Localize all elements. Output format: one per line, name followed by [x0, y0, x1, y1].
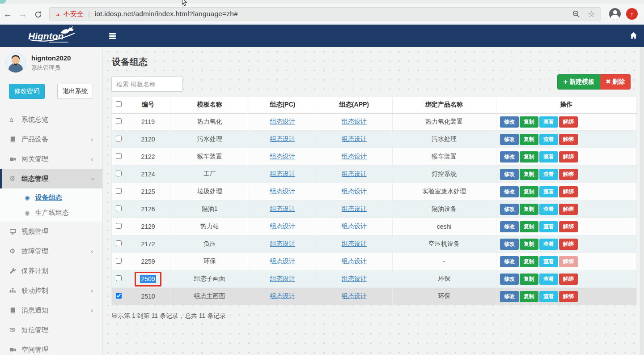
pc-design-link[interactable]: 组态设计 — [270, 118, 295, 125]
home-icon[interactable] — [630, 32, 637, 41]
unbind-button[interactable]: 解绑 — [559, 151, 578, 163]
row-checkbox[interactable] — [116, 223, 122, 229]
edit-button[interactable]: 修改 — [500, 169, 519, 180]
reload-icon[interactable] — [30, 9, 46, 19]
search-input[interactable] — [111, 77, 183, 92]
view-button[interactable]: 查看 — [539, 221, 558, 232]
back-icon[interactable]: ← — [0, 9, 15, 19]
copy-button[interactable]: 复制 — [520, 291, 538, 302]
view-button[interactable]: 查看 — [539, 186, 558, 197]
logout-button[interactable]: 退出系统 — [57, 84, 93, 99]
browser-update-icon[interactable]: ↑ — [626, 8, 638, 20]
copy-button[interactable]: 复制 — [520, 116, 538, 128]
copy-button[interactable]: 复制 — [520, 256, 538, 267]
submenu-item-1[interactable]: ◉生产线组态 — [0, 205, 102, 220]
app-design-link[interactable]: 组态设计 — [342, 118, 367, 125]
row-checkbox[interactable] — [116, 171, 122, 176]
copy-button[interactable]: 复制 — [520, 221, 538, 232]
view-button[interactable]: 查看 — [539, 204, 558, 215]
copy-button[interactable]: 复制 — [520, 239, 538, 250]
app-design-link[interactable]: 组态设计 — [342, 170, 367, 177]
unbind-button[interactable]: 解绑 — [559, 169, 578, 180]
row-checkbox[interactable] — [116, 275, 122, 281]
copy-button[interactable]: 复制 — [520, 186, 538, 197]
edit-button[interactable]: 修改 — [500, 151, 519, 163]
app-design-link[interactable]: 组态设计 — [342, 205, 367, 212]
sidebar-item-6[interactable]: 保养计划 — [0, 261, 102, 281]
row-checkbox[interactable] — [116, 153, 122, 159]
sidebar-item-8[interactable]: 消息通知‹ — [0, 300, 102, 320]
content-scrollbar[interactable] — [640, 47, 644, 355]
pc-design-link[interactable]: 组态设计 — [270, 153, 295, 160]
pc-design-link[interactable]: 组态设计 — [270, 275, 295, 282]
new-template-button[interactable]: +新建模板 — [557, 74, 601, 90]
row-checkbox[interactable] — [116, 293, 122, 299]
edit-button[interactable]: 修改 — [500, 274, 519, 285]
view-button[interactable]: 查看 — [539, 274, 558, 285]
app-design-link[interactable]: 组态设计 — [342, 135, 367, 142]
edit-button[interactable]: 修改 — [500, 204, 519, 215]
pc-design-link[interactable]: 组态设计 — [270, 257, 295, 265]
view-button[interactable]: 查看 — [539, 169, 558, 180]
edit-button[interactable]: 修改 — [500, 186, 519, 197]
view-button[interactable]: 查看 — [539, 151, 558, 163]
sidebar-item-5[interactable]: ⚙故障管理‹ — [0, 241, 102, 261]
address-bar[interactable]: ▲! 不安全 | iot.idosp.net/admin/index.html?… — [49, 7, 601, 21]
edit-button[interactable]: 修改 — [500, 134, 519, 145]
forward-icon[interactable]: → — [15, 9, 30, 19]
pc-design-link[interactable]: 组态设计 — [270, 292, 295, 299]
hamburger-menu-icon[interactable] — [109, 33, 116, 40]
edit-button[interactable]: 修改 — [500, 291, 519, 302]
row-checkbox[interactable] — [116, 205, 122, 211]
bookmark-star-icon[interactable]: ☆ — [588, 9, 595, 19]
sidebar-item-7[interactable]: 联动控制‹ — [0, 281, 102, 300]
zoom-out-icon[interactable] — [572, 10, 580, 18]
view-button[interactable]: 查看 — [539, 256, 558, 267]
submenu-item-0[interactable]: ◉设备组态 — [0, 190, 102, 205]
unbind-button[interactable]: 解绑 — [559, 116, 578, 128]
change-password-button[interactable]: 修改密码 — [9, 84, 45, 99]
edit-button[interactable]: 修改 — [500, 116, 519, 128]
view-button[interactable]: 查看 — [539, 239, 558, 250]
row-checkbox[interactable] — [116, 136, 122, 141]
app-design-link[interactable]: 组态设计 — [342, 275, 367, 282]
copy-button[interactable]: 复制 — [520, 169, 538, 180]
pc-design-link[interactable]: 组态设计 — [270, 240, 295, 247]
copy-button[interactable]: 复制 — [520, 151, 538, 163]
view-button[interactable]: 查看 — [539, 291, 558, 302]
unbind-button[interactable]: 解绑 — [559, 221, 578, 232]
app-design-link[interactable]: 组态设计 — [342, 257, 367, 265]
pc-design-link[interactable]: 组态设计 — [270, 205, 295, 212]
view-button[interactable]: 查看 — [539, 116, 558, 128]
pc-design-link[interactable]: 组态设计 — [270, 222, 295, 230]
app-design-link[interactable]: 组态设计 — [342, 292, 367, 299]
row-checkbox[interactable] — [116, 188, 122, 194]
sidebar-item-10[interactable]: 空间管理 — [0, 340, 102, 355]
delete-button[interactable]: ✖删除 — [600, 74, 631, 90]
unbind-button[interactable]: 解绑 — [559, 204, 578, 215]
unbind-button[interactable]: 解绑 — [559, 291, 578, 302]
app-design-link[interactable]: 组态设计 — [342, 188, 367, 195]
view-button[interactable]: 查看 — [539, 134, 558, 145]
copy-button[interactable]: 复制 — [520, 204, 538, 215]
unbind-button[interactable]: 解绑 — [559, 256, 578, 267]
unbind-button[interactable]: 解绑 — [559, 186, 578, 197]
select-all-checkbox[interactable] — [116, 101, 122, 107]
pc-design-link[interactable]: 组态设计 — [270, 188, 295, 195]
row-checkbox[interactable] — [116, 258, 122, 264]
row-checkbox[interactable] — [116, 240, 122, 246]
sidebar-item-2[interactable]: 网关管理‹ — [0, 149, 102, 169]
unbind-button[interactable]: 解绑 — [559, 134, 578, 145]
sidebar-item-4[interactable]: 视频管理 — [0, 222, 102, 241]
browser-profile-icon[interactable] — [609, 8, 621, 20]
unbind-button[interactable]: 解绑 — [559, 274, 578, 285]
app-design-link[interactable]: 组态设计 — [342, 153, 367, 160]
pc-design-link[interactable]: 组态设计 — [270, 135, 295, 142]
sidebar-item-1[interactable]: 产品设备‹ — [0, 129, 102, 149]
edit-button[interactable]: 修改 — [500, 256, 519, 267]
pc-design-link[interactable]: 组态设计 — [270, 170, 295, 177]
sidebar-item-3[interactable]: ⚙组态管理‹ — [0, 169, 102, 188]
app-design-link[interactable]: 组态设计 — [342, 222, 367, 230]
unbind-button[interactable]: 解绑 — [559, 239, 578, 250]
copy-button[interactable]: 复制 — [520, 274, 538, 285]
